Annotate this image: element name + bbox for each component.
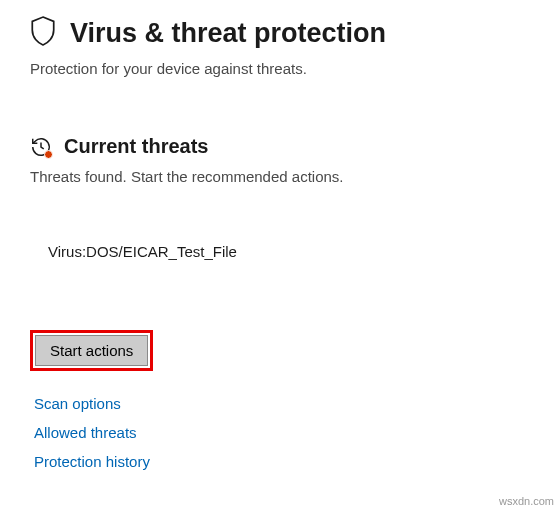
history-icon xyxy=(30,136,52,158)
page-title: Virus & threat protection xyxy=(70,18,386,49)
current-threats-title: Current threats xyxy=(64,135,208,158)
alert-dot-icon xyxy=(44,150,53,159)
page-header: Virus & threat protection xyxy=(30,16,530,50)
start-actions-button[interactable]: Start actions xyxy=(35,335,148,366)
start-actions-highlight: Start actions xyxy=(30,330,153,371)
current-threats-header: Current threats xyxy=(30,135,530,158)
current-threats-subtitle: Threats found. Start the recommended act… xyxy=(30,168,530,185)
page-subtitle: Protection for your device against threa… xyxy=(30,60,530,77)
allowed-threats-link[interactable]: Allowed threats xyxy=(34,424,137,441)
watermark: wsxdn.com xyxy=(499,495,554,507)
threat-name: Virus:DOS/EICAR_Test_File xyxy=(48,243,530,260)
protection-history-link[interactable]: Protection history xyxy=(34,453,150,470)
shield-icon xyxy=(30,16,56,50)
scan-options-link[interactable]: Scan options xyxy=(34,395,121,412)
links-section: Scan options Allowed threats Protection … xyxy=(30,395,530,470)
